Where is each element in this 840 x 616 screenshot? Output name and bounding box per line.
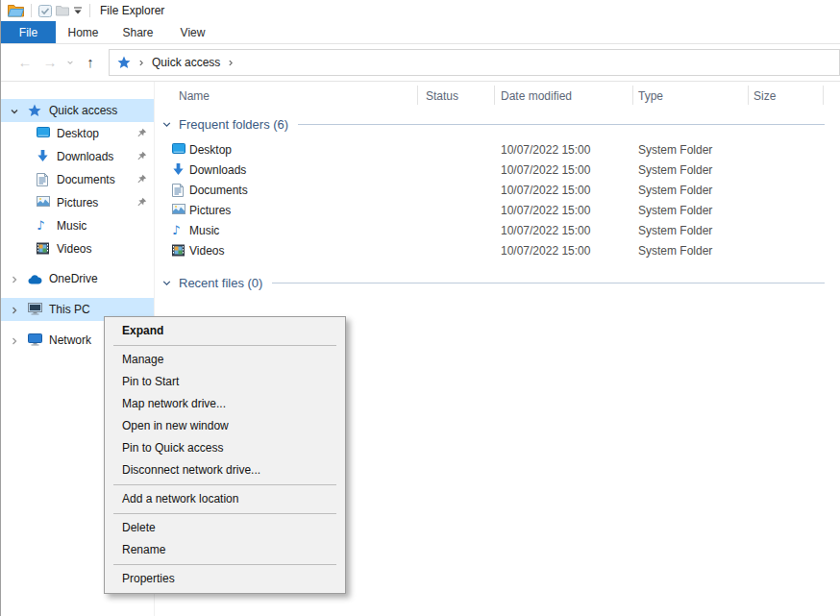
file-type: System Folder — [638, 163, 712, 177]
chevron-down-icon[interactable] — [161, 278, 172, 288]
chevron-right-icon[interactable] — [10, 274, 19, 287]
sidebar-item-desktop[interactable]: Desktop — [1, 122, 154, 145]
group-header-label: Recent files (0) — [179, 276, 262, 290]
menu-item-map-network-drive[interactable]: Map network drive... — [105, 393, 345, 415]
breadcrumb-location[interactable]: Quick access — [152, 56, 220, 69]
music-icon: ♪ — [37, 219, 44, 232]
sidebar-item-downloads[interactable]: Downloads — [1, 145, 154, 168]
up-icon[interactable]: ↑ — [78, 54, 103, 71]
navigation-bar: ← → ↑ Quick access — [1, 44, 840, 82]
chevron-down-icon[interactable] — [161, 119, 172, 130]
file-explorer-icon — [6, 2, 26, 19]
chevron-down-icon[interactable] — [10, 106, 19, 119]
menu-item-manage[interactable]: Manage — [105, 349, 345, 371]
pin-icon — [136, 174, 147, 187]
sidebar-item-music[interactable]: ♪ Music — [1, 214, 154, 237]
quick-access-star-icon — [117, 56, 131, 69]
chevron-right-icon[interactable] — [10, 305, 19, 318]
documents-icon — [37, 173, 48, 189]
tab-home[interactable]: Home — [56, 21, 111, 43]
videos-icon — [172, 244, 185, 257]
file-date-modified: 10/07/2022 15:00 — [501, 244, 590, 258]
back-icon[interactable]: ← — [12, 54, 37, 71]
file-row-videos[interactable]: Videos 10/07/2022 15:00 System Folder — [155, 241, 840, 261]
sidebar-item-onedrive[interactable]: OneDrive — [1, 267, 154, 290]
sidebar-item-label: Documents — [57, 173, 115, 186]
qat-separator — [89, 4, 90, 17]
menu-item-pin-to-start[interactable]: Pin to Start — [105, 371, 345, 393]
menu-separator — [113, 513, 336, 514]
window-title: File Explorer — [100, 4, 164, 17]
breadcrumb-chevron-icon[interactable] — [137, 59, 145, 67]
address-bar[interactable]: Quick access — [109, 49, 840, 76]
file-date-modified: 10/07/2022 15:00 — [501, 163, 590, 177]
downloads-icon — [172, 163, 185, 176]
sidebar-item-videos[interactable]: Videos — [1, 237, 154, 260]
menu-item-open-in-new-window[interactable]: Open in new window — [105, 415, 345, 437]
recent-locations-chevron-icon[interactable] — [62, 59, 78, 66]
file-date-modified: 10/07/2022 15:00 — [501, 143, 590, 157]
videos-icon — [37, 242, 49, 258]
sidebar-item-documents[interactable]: Documents — [1, 168, 154, 191]
pin-icon — [136, 151, 147, 164]
column-header-date-modified[interactable]: Date modified — [501, 89, 572, 103]
menu-item-add-a-network-location[interactable]: Add a network location — [105, 488, 345, 510]
menu-item-delete[interactable]: Delete — [105, 517, 345, 539]
group-header-recent-files[interactable]: Recent files (0) — [155, 270, 840, 295]
sidebar-item-label: Quick access — [49, 104, 117, 117]
column-header-size[interactable]: Size — [754, 89, 776, 103]
chevron-right-icon[interactable] — [10, 335, 19, 349]
sidebar-item-pictures[interactable]: Pictures — [1, 191, 154, 214]
forward-icon[interactable]: → — [37, 54, 62, 71]
menu-item-rename[interactable]: Rename — [105, 539, 345, 561]
file-type: System Folder — [638, 224, 712, 237]
group-header-label: Frequent folders (6) — [179, 117, 288, 132]
sidebar-item-label: Network — [49, 333, 91, 347]
menu-separator — [113, 564, 336, 565]
properties-toolbar-icon[interactable] — [37, 2, 54, 19]
group-header-rule — [298, 124, 825, 125]
column-header-type[interactable]: Type — [638, 89, 663, 103]
sidebar-item-label: Music — [57, 219, 86, 233]
onedrive-icon — [28, 274, 43, 287]
file-row-desktop[interactable]: Desktop 10/07/2022 15:00 System Folder — [155, 140, 840, 160]
file-type: System Folder — [638, 184, 712, 197]
file-row-pictures[interactable]: Pictures 10/07/2022 15:00 System Folder — [155, 201, 840, 221]
column-divider[interactable] — [494, 86, 495, 105]
music-icon: ♪ — [172, 224, 180, 236]
tab-file[interactable]: File — [1, 21, 56, 43]
file-date-modified: 10/07/2022 15:00 — [501, 224, 590, 237]
tab-view[interactable]: View — [165, 21, 220, 43]
pictures-icon — [37, 196, 50, 209]
customize-quick-access-toolbar-icon[interactable] — [71, 2, 85, 19]
new-folder-toolbar-icon[interactable] — [54, 2, 71, 19]
file-explorer-window: File Explorer File Home Share View ← → ↑… — [0, 0, 840, 616]
sidebar-item-quick-access[interactable]: Quick access — [1, 99, 154, 122]
tab-share[interactable]: Share — [111, 21, 165, 43]
column-header-status[interactable]: Status — [426, 89, 458, 103]
file-date-modified: 10/07/2022 15:00 — [501, 204, 590, 217]
column-header-row: Name Status Date modified Type Size — [155, 82, 840, 109]
sidebar-item-label: Downloads — [57, 150, 113, 163]
file-name: Desktop — [189, 143, 232, 157]
sidebar-item-label: Videos — [57, 242, 91, 256]
file-row-music[interactable]: ♪ Music 10/07/2022 15:00 System Folder — [155, 221, 840, 241]
pin-icon — [136, 128, 147, 141]
file-type: System Folder — [638, 143, 712, 157]
menu-item-pin-to-quick-access[interactable]: Pin to Quick access — [105, 437, 345, 459]
group-header-rule — [272, 283, 825, 283]
file-name: Downloads — [189, 163, 246, 177]
column-header-name[interactable]: Name — [179, 89, 210, 103]
menu-item-expand[interactable]: Expand — [105, 320, 345, 342]
file-row-downloads[interactable]: Downloads 10/07/2022 15:00 System Folder — [155, 160, 840, 181]
breadcrumb-chevron-icon[interactable] — [227, 59, 235, 67]
column-divider[interactable] — [748, 86, 749, 105]
column-divider[interactable] — [632, 86, 633, 105]
column-divider[interactable] — [417, 86, 418, 105]
group-header-frequent-folders[interactable]: Frequent folders (6) — [155, 111, 840, 136]
file-row-documents[interactable]: Documents 10/07/2022 15:00 System Folder — [155, 181, 840, 201]
column-divider[interactable] — [823, 86, 824, 105]
menu-item-disconnect-network-drive[interactable]: Disconnect network drive... — [105, 459, 345, 481]
quick-access-star-icon — [28, 104, 41, 120]
menu-item-properties[interactable]: Properties — [105, 568, 345, 590]
